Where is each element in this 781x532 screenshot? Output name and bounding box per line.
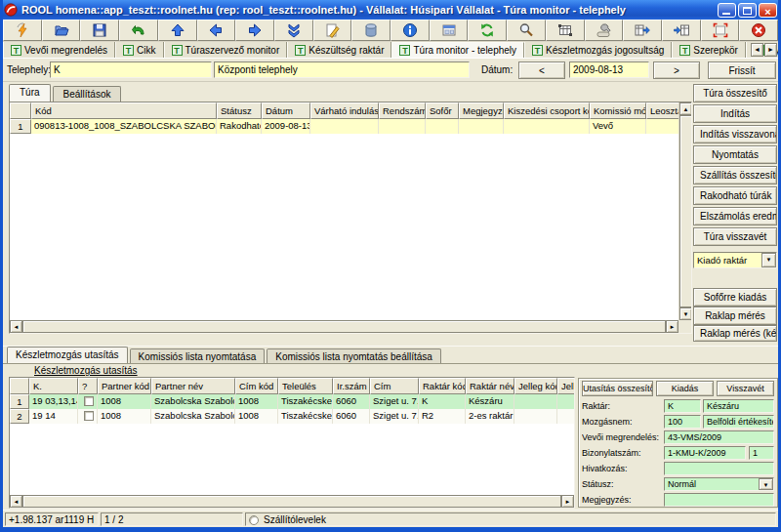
utasitas-osszesito-button[interactable]: Utasítás összesítő <box>582 381 653 396</box>
tab-tura[interactable]: Túra <box>9 84 51 102</box>
scroll-right-button[interactable]: ► <box>561 495 574 508</box>
nav-up-button[interactable] <box>158 20 197 41</box>
col-raktar-kod[interactable]: Raktár kód <box>419 378 466 394</box>
col-kod[interactable]: Kód <box>31 102 217 119</box>
col-varhato-indulas[interactable]: Várható indulás <box>310 102 379 119</box>
scroll-left-button[interactable]: ◄ <box>10 320 22 333</box>
refresh-data-button[interactable]: Frissít <box>708 61 776 79</box>
col-megjegyzes[interactable]: Megjegyzés <box>459 102 504 119</box>
tura-osszesito-button[interactable]: Túra összesítő <box>693 84 777 102</box>
nav-next-button[interactable] <box>235 20 274 41</box>
date-next-button[interactable]: > <box>653 61 700 79</box>
tura-grid-hscrollbar[interactable]: ◄ ► <box>10 320 678 333</box>
megjegyzes-field[interactable] <box>664 493 774 507</box>
soforre-kiadas-button[interactable]: Sofőrre kiadás <box>693 288 777 307</box>
tura-grid-vscrollbar[interactable]: ▲ ▼ <box>678 102 691 320</box>
col-cim-kod[interactable]: Cím kód <box>235 378 278 394</box>
col-rendszam[interactable]: Rendszám <box>379 102 426 119</box>
vscroll-thumb[interactable] <box>679 115 692 307</box>
hivatkozas-field[interactable] <box>664 462 774 475</box>
mozgasnem-kod-field[interactable]: 100 <box>664 415 701 429</box>
fullscreen-button[interactable] <box>701 20 740 41</box>
visszavet-button[interactable]: Visszavét <box>717 381 774 396</box>
nav-last-button[interactable] <box>274 20 313 41</box>
kiado-raktar-select[interactable]: Kiadó raktár ▼ <box>693 252 777 268</box>
col-komissio-mod[interactable]: Komissió mód <box>590 102 646 119</box>
vevoi-megrendeles-field[interactable]: 43-VMS/2009 <box>664 430 774 444</box>
dropdown-button[interactable]: ▼ <box>761 253 776 267</box>
tab-scroll-right-button[interactable]: ► <box>764 43 777 57</box>
scroll-down-button[interactable]: ▼ <box>679 307 692 320</box>
tab-komissios-lista-nyomtatasa[interactable]: Komissiós lista nyomtatása <box>130 348 266 363</box>
utasitas-row[interactable]: 1 19 03,13,14 1008 Szabolcska Szabolcs 1… <box>10 394 574 409</box>
tura-row[interactable]: 1 090813-1008_1008_SZABOLCSKA SZABOLCS/1… <box>10 119 691 134</box>
col-jelleg-kod[interactable]: Jelleg kód <box>514 378 557 394</box>
col-datum[interactable]: Dátum <box>262 102 310 119</box>
tab-tura-monitor-telephely[interactable]: TTúra monitor - telephely <box>391 42 524 58</box>
edit-button[interactable] <box>313 20 352 41</box>
bizonylatszam-field[interactable]: 1-KMU-K/2009 <box>664 446 746 460</box>
tab-beallitasok[interactable]: Beállítások <box>53 86 122 102</box>
hscroll-thumb[interactable] <box>22 320 666 333</box>
tab-turaszervezo-monitor[interactable]: TTúraszervező monitor <box>164 42 288 58</box>
inditas-visszavonas-button[interactable]: Indítás visszavonás <box>693 125 777 143</box>
col-cim[interactable]: Cím <box>370 378 419 394</box>
undo-button[interactable] <box>119 20 158 41</box>
row-checkbox[interactable] <box>84 411 94 421</box>
tab-keszletmozgas-utasitas[interactable]: Készletmozgás utasítás <box>7 347 128 363</box>
delete-button[interactable] <box>351 20 390 41</box>
tools-button[interactable] <box>585 20 624 41</box>
open-button[interactable] <box>42 20 81 41</box>
szallitas-osszesito-button[interactable]: Szállítás összesítő <box>693 166 777 184</box>
telephely-name-input[interactable] <box>214 61 470 78</box>
raklap-meres-button[interactable]: Raklap mérés <box>693 307 777 325</box>
telephely-code-input[interactable] <box>50 61 212 78</box>
col-irszam[interactable]: Ir.szám <box>333 378 370 394</box>
inditas-button[interactable]: Indítás <box>693 104 777 123</box>
mozgasnem-nev-field[interactable]: Belföldi értékesítés <box>703 415 774 429</box>
tab-komissios-lista-nyomtatas-beallitasa[interactable]: Komissiós lista nyomtatás beállítása <box>267 348 441 363</box>
tab-szerepkor[interactable]: TSzerepkör <box>672 42 746 58</box>
refresh-button[interactable] <box>468 20 507 41</box>
raktar-kod-field[interactable]: K <box>664 399 701 413</box>
kiadas-button[interactable]: Kiadás <box>656 381 714 396</box>
tab-cikk[interactable]: TCikk <box>115 42 163 58</box>
hscroll-thumb[interactable] <box>22 495 561 508</box>
run-button[interactable] <box>3 20 42 41</box>
maximize-button[interactable] <box>738 3 757 18</box>
tab-keszultseg-raktar[interactable]: TKészültség raktár <box>287 42 391 58</box>
col-telepules[interactable]: Teleülés <box>278 378 333 394</box>
import-button[interactable] <box>662 20 701 41</box>
scroll-left-button[interactable]: ◄ <box>10 495 22 508</box>
col-statusz[interactable]: Státusz <box>217 102 262 119</box>
rakodhato-turak-button[interactable]: Rakodható túrák <box>693 186 777 205</box>
col-k[interactable]: K. <box>29 378 78 394</box>
raklap-meres-kezi-button[interactable]: Raklap mérés (kézi) <box>693 325 777 342</box>
minimize-button[interactable] <box>718 3 736 18</box>
utasitas-grid-hscrollbar[interactable]: ◄ ► <box>10 495 574 508</box>
date-input[interactable] <box>569 61 649 78</box>
row-checkbox[interactable] <box>84 396 94 406</box>
col-kiszedesi-csoport-kod[interactable]: Kiszedési csoport kód <box>504 102 590 119</box>
scroll-up-button[interactable]: ▲ <box>679 102 692 115</box>
export-button[interactable] <box>623 20 662 41</box>
col-partner-kod[interactable]: Partner kód <box>98 378 151 394</box>
close-button[interactable]: × <box>759 3 777 18</box>
save-button[interactable] <box>80 20 119 41</box>
info-button[interactable] <box>390 20 430 41</box>
grid-view-button[interactable] <box>546 20 585 41</box>
tura-visszavet-button[interactable]: Túra visszavét <box>693 227 777 246</box>
date-prev-button[interactable]: < <box>518 61 565 79</box>
col-partner-nev[interactable]: Partner név <box>151 378 235 394</box>
col-raktar-nev[interactable]: Raktár név <box>466 378 514 394</box>
dropdown-button[interactable]: ▼ <box>759 478 773 490</box>
nav-prev-button[interactable] <box>197 20 236 41</box>
nyomtatas-button[interactable]: Nyomtatás <box>693 145 777 164</box>
statusz-select[interactable]: Normál ▼ <box>664 477 774 491</box>
utasitas-row[interactable]: 2 19 14 1008 Szabolcska Szabolcs 1008 Ti… <box>10 409 574 424</box>
col-jelle[interactable]: Jelle <box>557 378 574 394</box>
col-check[interactable]: ? <box>78 378 98 394</box>
bizonylatszam-sorszam-field[interactable]: 1 <box>749 446 774 460</box>
tab-vevoi-megrendeles[interactable]: TVevői megrendelés <box>3 42 115 58</box>
elszamolas-eredmeny-button[interactable]: Elszámolás eredmény <box>693 207 777 225</box>
